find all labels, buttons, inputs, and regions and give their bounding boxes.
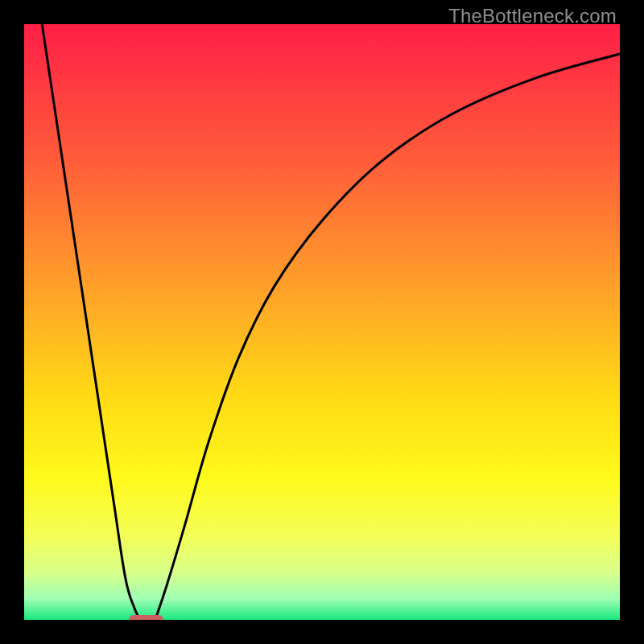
chart-frame: TheBottleneck.com	[0, 0, 644, 644]
curve-layer	[24, 24, 620, 620]
plot-area	[24, 24, 620, 620]
curve-left-branch	[42, 24, 140, 620]
curve-right-branch	[155, 54, 620, 620]
bottleneck-marker	[129, 615, 163, 620]
